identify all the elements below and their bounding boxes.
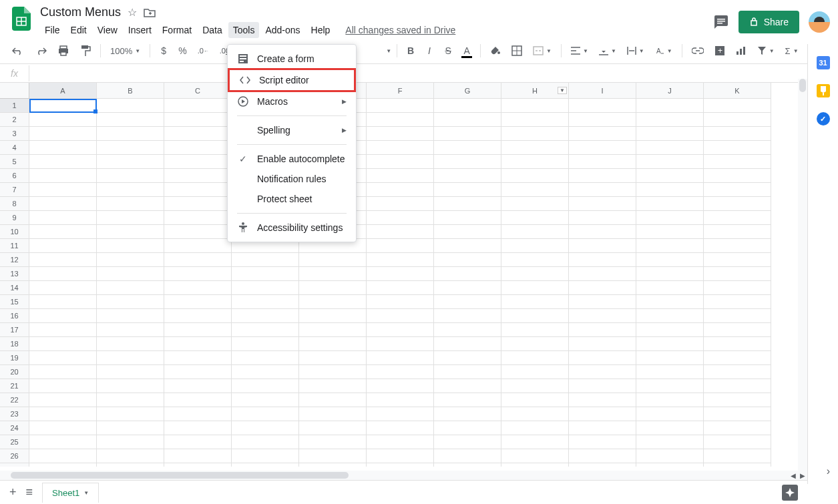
- format-currency-icon[interactable]: $: [156, 42, 172, 59]
- cell[interactable]: [501, 281, 569, 295]
- cell[interactable]: [501, 337, 569, 351]
- cell[interactable]: [29, 365, 97, 379]
- cell[interactable]: [164, 463, 232, 467]
- cell[interactable]: [367, 351, 434, 365]
- vertical-scrollbar[interactable]: [798, 79, 807, 471]
- all-sheets-icon[interactable]: ≡: [26, 485, 33, 499]
- cell[interactable]: [501, 113, 569, 127]
- format-percent-icon[interactable]: %: [174, 42, 190, 59]
- cell[interactable]: [367, 253, 434, 267]
- cell[interactable]: [704, 393, 771, 407]
- calendar-icon[interactable]: 31: [817, 56, 830, 69]
- row-header[interactable]: 7: [0, 183, 29, 197]
- cell[interactable]: [636, 239, 704, 253]
- cell[interactable]: [569, 379, 636, 393]
- cell[interactable]: [434, 169, 501, 183]
- cell[interactable]: [97, 225, 164, 239]
- sheets-logo[interactable]: [8, 5, 35, 32]
- cell[interactable]: [569, 141, 636, 155]
- cell[interactable]: [434, 267, 501, 281]
- cell[interactable]: [29, 351, 97, 365]
- cell[interactable]: [29, 323, 97, 337]
- cell[interactable]: [164, 351, 232, 365]
- cell[interactable]: [164, 183, 232, 197]
- insert-link-icon[interactable]: [688, 42, 708, 59]
- cell[interactable]: [501, 393, 569, 407]
- row-header[interactable]: 27: [0, 463, 29, 467]
- cell[interactable]: [704, 127, 771, 141]
- cell[interactable]: [704, 239, 771, 253]
- cell[interactable]: [704, 169, 771, 183]
- sheet-tab-menu-icon[interactable]: ▼: [83, 490, 89, 496]
- cell[interactable]: [232, 281, 299, 295]
- cell[interactable]: [97, 113, 164, 127]
- zoom-dropdown[interactable]: 100%▼: [106, 43, 144, 59]
- decrease-decimal-icon[interactable]: .0←: [194, 42, 213, 59]
- cell[interactable]: [569, 365, 636, 379]
- cell[interactable]: [501, 239, 569, 253]
- cell[interactable]: [704, 463, 771, 467]
- row-header[interactable]: 24: [0, 421, 29, 435]
- row-header[interactable]: 13: [0, 267, 29, 281]
- cell[interactable]: [97, 365, 164, 379]
- tools-protect-sheet[interactable]: Protect sheet: [228, 189, 356, 209]
- cell[interactable]: [97, 351, 164, 365]
- cell[interactable]: [434, 141, 501, 155]
- cell[interactable]: [97, 239, 164, 253]
- cell[interactable]: [367, 155, 434, 169]
- cell[interactable]: [704, 211, 771, 225]
- cell[interactable]: [367, 99, 434, 113]
- row-header[interactable]: 20: [0, 365, 29, 379]
- tools-spelling[interactable]: Spelling ▶: [228, 120, 356, 140]
- cell[interactable]: [29, 141, 97, 155]
- cell[interactable]: [29, 393, 97, 407]
- menu-file[interactable]: File: [40, 22, 65, 38]
- cell[interactable]: [501, 197, 569, 211]
- cell[interactable]: [434, 225, 501, 239]
- formula-input[interactable]: [29, 64, 838, 82]
- cell[interactable]: [367, 379, 434, 393]
- cell[interactable]: [434, 365, 501, 379]
- cell[interactable]: [367, 127, 434, 141]
- cell[interactable]: [232, 379, 299, 393]
- cell[interactable]: [97, 435, 164, 449]
- cell[interactable]: [29, 379, 97, 393]
- cell[interactable]: [704, 365, 771, 379]
- cell[interactable]: [636, 113, 704, 127]
- cell[interactable]: [164, 281, 232, 295]
- cell[interactable]: [636, 407, 704, 421]
- row-header[interactable]: 10: [0, 225, 29, 239]
- cell[interactable]: [97, 253, 164, 267]
- cell[interactable]: [29, 337, 97, 351]
- cell[interactable]: [29, 113, 97, 127]
- account-avatar[interactable]: [809, 11, 830, 33]
- cell[interactable]: [97, 323, 164, 337]
- cell[interactable]: [636, 141, 704, 155]
- italic-icon[interactable]: I: [421, 42, 437, 59]
- cell[interactable]: [29, 127, 97, 141]
- menu-addons[interactable]: Add-ons: [260, 22, 304, 38]
- cell[interactable]: [367, 365, 434, 379]
- cell[interactable]: [299, 435, 367, 449]
- row-header[interactable]: 12: [0, 253, 29, 267]
- star-icon[interactable]: ☆: [128, 6, 137, 19]
- cell[interactable]: [501, 169, 569, 183]
- cell[interactable]: [636, 421, 704, 435]
- cell[interactable]: [569, 295, 636, 309]
- cell[interactable]: [434, 155, 501, 169]
- save-status[interactable]: All changes saved in Drive: [345, 25, 455, 35]
- sheet-tab-active[interactable]: Sheet1 ▼: [42, 483, 99, 503]
- cell[interactable]: [434, 393, 501, 407]
- cell[interactable]: [232, 393, 299, 407]
- text-rotation-icon[interactable]: A▼: [651, 43, 676, 58]
- row-header[interactable]: 8: [0, 197, 29, 211]
- cell[interactable]: [636, 281, 704, 295]
- cell[interactable]: [569, 183, 636, 197]
- cell[interactable]: [704, 99, 771, 113]
- cell[interactable]: [704, 337, 771, 351]
- cell[interactable]: [29, 211, 97, 225]
- cell[interactable]: [704, 197, 771, 211]
- side-panel-expand-icon[interactable]: ›: [827, 465, 830, 477]
- cell[interactable]: [434, 337, 501, 351]
- cell[interactable]: [636, 295, 704, 309]
